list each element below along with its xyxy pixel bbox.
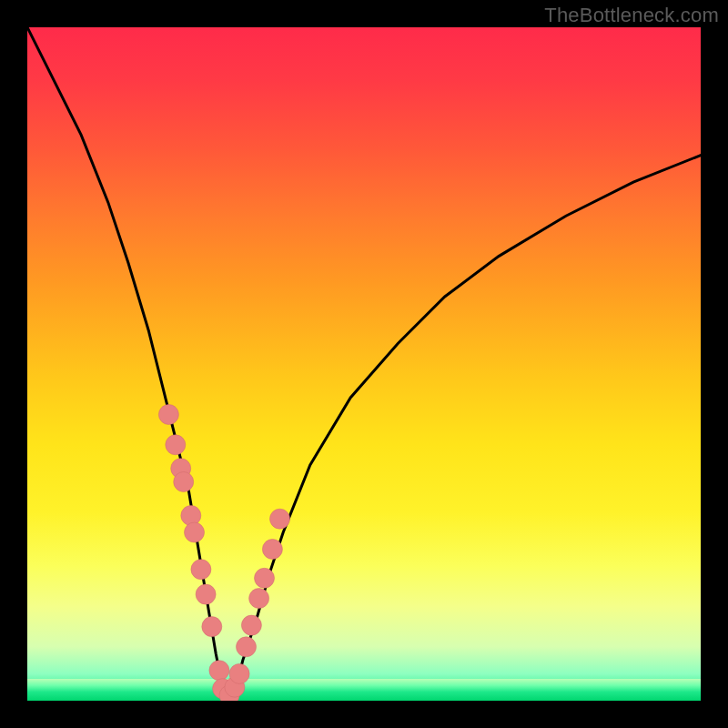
sample-point [174,472,194,492]
sample-point [158,405,178,425]
sample-point [270,509,290,529]
sample-point [255,568,275,588]
sample-point [209,661,229,681]
watermark-text: TheBottleneck.com [544,4,719,27]
bottleneck-curve [27,27,701,701]
sample-point [181,506,201,526]
sample-point [166,435,186,455]
plot-area [27,27,701,701]
sample-point [262,540,282,560]
sample-point [237,637,257,657]
sample-point [249,589,269,609]
sample-point [229,663,249,683]
sample-point [196,584,216,604]
sample-point [185,522,205,542]
chart-frame: TheBottleneck.com [0,0,728,728]
curve-layer [27,27,701,701]
sample-point [202,617,222,637]
sample-point [191,560,211,580]
sample-points-group [158,405,289,702]
sample-point [241,615,261,635]
